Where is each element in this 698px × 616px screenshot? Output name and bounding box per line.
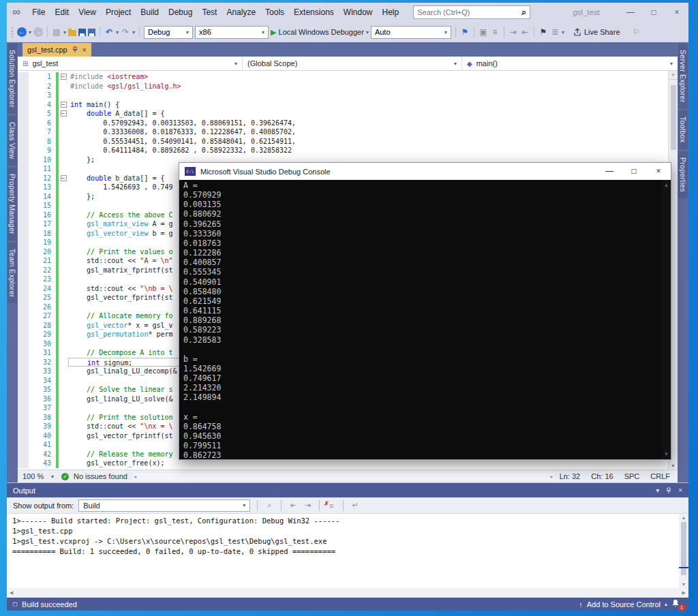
scroll-down-icon[interactable]: ▼ bbox=[671, 463, 676, 468]
redo-icon[interactable]: ↷ bbox=[121, 27, 130, 37]
breakpoint-margin[interactable] bbox=[18, 321, 29, 330]
line-outdent-icon[interactable]: ⇤ bbox=[520, 27, 530, 37]
background-tasks-icon[interactable]: □ bbox=[13, 600, 17, 608]
breakpoint-margin[interactable] bbox=[18, 211, 29, 220]
scroll-down-icon[interactable]: ▼ bbox=[664, 451, 669, 457]
sidebar-item-toolbox[interactable]: Toolbox bbox=[678, 110, 688, 149]
sidebar-item-server-explorer[interactable]: Server Explorer bbox=[678, 44, 688, 108]
undo-icon[interactable]: ↶ bbox=[104, 27, 114, 37]
start-debugging-label[interactable]: Local Windows Debugger bbox=[279, 28, 364, 36]
clear-all-icon[interactable]: ≡ bbox=[327, 502, 336, 510]
open-file-icon[interactable] bbox=[68, 30, 76, 36]
scroll-up-icon[interactable]: ▲ bbox=[664, 182, 669, 188]
breakpoint-margin[interactable] bbox=[18, 303, 29, 312]
output-header[interactable]: Output ▾ × bbox=[7, 483, 688, 497]
line-ending-indicator[interactable]: CRLF bbox=[650, 472, 670, 480]
console-scrollbar[interactable]: ▲ ▼ bbox=[662, 180, 671, 459]
menu-analyze[interactable]: Analyze bbox=[222, 3, 260, 22]
close-button[interactable]: × bbox=[665, 3, 688, 22]
toolbar-grip[interactable] bbox=[12, 27, 13, 37]
navigate-to-icon[interactable]: ⚑ bbox=[460, 27, 470, 37]
breakpoint-margin[interactable] bbox=[18, 431, 29, 441]
menu-view[interactable]: View bbox=[74, 3, 101, 22]
breakpoint-margin[interactable] bbox=[18, 229, 29, 238]
output-log[interactable]: 1>------ Build started: Project: gsl_tes… bbox=[7, 514, 679, 588]
editor-horizontal-scrollbar[interactable]: ◂ ▸ bbox=[132, 473, 555, 480]
breakpoint-margin[interactable] bbox=[18, 82, 29, 91]
debug-console-window[interactable]: C:\ Microsoft Visual Studio Debug Consol… bbox=[179, 162, 671, 460]
breakpoint-margin[interactable] bbox=[18, 219, 29, 229]
output-source-select[interactable]: Build ▾ bbox=[78, 499, 250, 512]
breakpoint-margin[interactable] bbox=[18, 174, 29, 183]
breakpoint-margin[interactable] bbox=[18, 311, 29, 321]
breakpoint-margin[interactable] bbox=[18, 183, 29, 192]
breakpoint-margin[interactable] bbox=[18, 330, 29, 339]
solution-configuration-select[interactable]: Debug ▾ bbox=[144, 26, 193, 39]
menu-debug[interactable]: Debug bbox=[164, 3, 197, 22]
console-minimize-button[interactable]: ― bbox=[597, 163, 622, 180]
scroll-right-icon[interactable]: ▶ bbox=[682, 590, 686, 596]
breakpoint-margin[interactable] bbox=[18, 403, 29, 413]
pin-icon[interactable] bbox=[72, 46, 78, 53]
fold-collapse-icon[interactable]: − bbox=[61, 74, 67, 80]
breakpoint-margin[interactable] bbox=[18, 91, 29, 100]
add-to-source-control-button[interactable]: Add to Source Control bbox=[587, 600, 661, 609]
scroll-left-icon[interactable]: ◂ bbox=[134, 474, 136, 480]
search-input[interactable] bbox=[417, 8, 521, 16]
more-options-icon[interactable]: ▾ bbox=[562, 29, 564, 35]
breakpoint-margin[interactable] bbox=[18, 376, 29, 386]
breakpoint-margin[interactable] bbox=[18, 266, 29, 275]
breakpoint-margin[interactable] bbox=[18, 367, 29, 376]
breakpoint-margin[interactable] bbox=[18, 100, 29, 110]
chevron-up-icon[interactable]: ▴ bbox=[665, 601, 667, 607]
solution-platform-select[interactable]: x86 ▾ bbox=[195, 26, 269, 39]
breakpoint-margin[interactable] bbox=[18, 284, 29, 294]
close-icon[interactable]: × bbox=[678, 487, 682, 494]
menu-file[interactable]: File bbox=[27, 3, 50, 22]
breakpoint-margin[interactable] bbox=[18, 238, 29, 247]
menu-help[interactable]: Help bbox=[378, 3, 404, 22]
word-wrap-icon[interactable]: ↵ bbox=[350, 501, 360, 510]
breakpoint-margin[interactable] bbox=[18, 119, 29, 128]
fold-collapse-icon[interactable]: − bbox=[61, 175, 67, 181]
minimize-button[interactable]: ― bbox=[619, 3, 642, 22]
breakpoint-margin[interactable] bbox=[18, 293, 29, 303]
menu-window[interactable]: Window bbox=[339, 3, 378, 22]
breakpoint-margin[interactable] bbox=[18, 422, 29, 431]
debug-target-select[interactable]: Auto ▾ bbox=[371, 26, 451, 39]
breakpoint-margin[interactable] bbox=[18, 109, 29, 119]
fold-collapse-icon[interactable]: − bbox=[61, 102, 67, 108]
breakpoint-margin[interactable] bbox=[18, 358, 29, 367]
scrollbar-thumb[interactable] bbox=[671, 85, 676, 150]
breakpoint-margin[interactable] bbox=[18, 155, 29, 165]
member-list-icon[interactable]: ≡ bbox=[490, 27, 500, 37]
fold-collapse-icon[interactable]: − bbox=[61, 110, 67, 117]
comment-icon[interactable]: ≣ bbox=[550, 27, 560, 37]
tab-close-icon[interactable]: × bbox=[82, 46, 87, 54]
navigate-back-icon[interactable]: ← bbox=[17, 27, 27, 37]
undo-dropdown-icon[interactable]: ▾ bbox=[116, 29, 119, 35]
split-window-handle[interactable]: ÷ bbox=[669, 71, 678, 80]
save-all-icon[interactable] bbox=[88, 29, 95, 36]
navigate-back-dropdown-icon[interactable]: ▾ bbox=[29, 29, 31, 35]
new-project-icon[interactable]: ▤ bbox=[52, 27, 61, 37]
start-debugging-dropdown-icon[interactable]: ▾ bbox=[366, 29, 369, 35]
breakpoint-margin[interactable] bbox=[18, 137, 29, 147]
scope-dropdown[interactable]: (Global Scope) ▾ bbox=[243, 57, 462, 70]
menu-project[interactable]: Project bbox=[101, 3, 136, 22]
next-message-icon[interactable]: ⇥ bbox=[303, 501, 312, 510]
scroll-up-icon[interactable]: ▲ bbox=[682, 515, 686, 520]
menu-extensions[interactable]: Extensions bbox=[289, 3, 339, 22]
breakpoint-margin[interactable] bbox=[18, 247, 29, 257]
find-message-icon[interactable]: ⌕ bbox=[264, 501, 274, 510]
feedback-icon[interactable]: ⚐ bbox=[632, 27, 641, 37]
breakpoint-margin[interactable] bbox=[18, 339, 29, 349]
breakpoint-margin[interactable] bbox=[18, 385, 29, 395]
menu-build[interactable]: Build bbox=[136, 3, 164, 22]
maximize-button[interactable]: □ bbox=[642, 3, 665, 22]
navigate-forward-icon[interactable]: → bbox=[33, 27, 43, 37]
notifications-button[interactable]: 1 bbox=[671, 599, 682, 610]
menu-tools[interactable]: Tools bbox=[260, 3, 289, 22]
line-indent-icon[interactable]: ⇥ bbox=[509, 27, 518, 37]
breakpoint-margin[interactable] bbox=[18, 413, 29, 422]
